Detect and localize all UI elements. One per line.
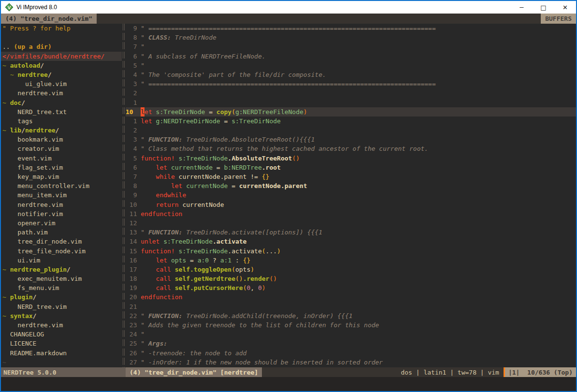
- code-line[interactable]: 17 call self.toggleOpen(opts): [126, 265, 576, 274]
- tree-item[interactable]: ~ lib/nerdtree/: [2, 126, 122, 135]
- code-line[interactable]: 12: [126, 218, 576, 228]
- tree-item[interactable]: CHANGELOG: [2, 330, 122, 339]
- code-line[interactable]: 25" Args:: [126, 339, 576, 348]
- tree-item[interactable]: tags: [2, 116, 122, 126]
- code-line[interactable]: 3" =====================================…: [126, 79, 576, 88]
- code-token: endwhile: [156, 190, 187, 200]
- tree-item[interactable]: ~ syntax/: [2, 311, 122, 320]
- tree-token: fs_menu.vim: [2, 284, 59, 291]
- tree-item[interactable]: LICENCE: [2, 339, 122, 348]
- code-line[interactable]: 14unlet s:TreeDirNode.activate: [126, 237, 576, 246]
- tree-item[interactable]: fs_menu.vim: [2, 283, 122, 292]
- code-line[interactable]: 16 let opts = a:0 ? a:1 : {}: [126, 256, 576, 265]
- code-line-current[interactable]: 10let s:TreeDirNode = copy(g:NERDTreeFil…: [126, 107, 576, 116]
- tree-item[interactable]: nerdtree.vim: [2, 320, 122, 330]
- line-number: 27: [126, 358, 137, 367]
- code-line[interactable]: 9" =====================================…: [126, 24, 576, 33]
- code-token: .activate: [213, 237, 246, 246]
- line-number: 25: [126, 339, 137, 348]
- tree-item[interactable]: tree_file_node.vim: [2, 247, 122, 256]
- code-line[interactable]: 20endfunction: [126, 292, 576, 302]
- code-line[interactable]: 19 call self.putCursorHere(0, 0): [126, 283, 576, 292]
- code-line[interactable]: 6 let currentNode = b:NERDTree.root: [126, 163, 576, 172]
- tree-item[interactable]: bookmark.vim: [2, 135, 122, 144]
- tree-item[interactable]: path.vim: [2, 228, 122, 237]
- code-token: while: [156, 172, 175, 181]
- tree-item[interactable]: " Press ? for help: [2, 24, 122, 33]
- code-line[interactable]: 7": [126, 42, 576, 51]
- code-line[interactable]: 6" A subclass of NERDTreeFileNode.: [126, 52, 576, 61]
- tree-item[interactable]: ~: [2, 358, 122, 367]
- tree-item[interactable]: tree_dir_node.vim: [2, 237, 122, 246]
- code-line[interactable]: 13" FUNCTION: TreeDirNode.activate([opti…: [126, 228, 576, 237]
- tree-item[interactable]: key_map.vim: [2, 172, 122, 181]
- tree-token: menu_item.vim: [2, 191, 67, 199]
- code-line[interactable]: 22" FUNCTION: TreeDirNode.addChild(treen…: [126, 311, 576, 320]
- tree-item[interactable]: ~ nerdtree/: [2, 70, 122, 79]
- tree-item[interactable]: menu_controller.vim: [2, 181, 122, 190]
- code-line[interactable]: 4" The 'composite' part of the file/dir …: [126, 70, 576, 79]
- code-line[interactable]: 3" FUNCTION: TreeDirNode.AbsoluteTreeRoo…: [126, 135, 576, 144]
- code-token: return: [156, 200, 179, 209]
- code-line[interactable]: 27" -inOrder: 1 if the new node should b…: [126, 358, 576, 367]
- tree-item[interactable]: README.markdown: [2, 348, 122, 358]
- code-token: call: [156, 283, 171, 292]
- nerdtree-statusline: NERDTree 5.0.0: [1, 367, 126, 377]
- tree-item[interactable]: nerdtree.vim: [2, 88, 122, 98]
- tree-token: (up a dir): [14, 43, 51, 50]
- tree-token: nerdtree.vim: [2, 89, 63, 97]
- tree-item[interactable]: NERD_tree.txt: [2, 107, 122, 116]
- code-line[interactable]: 15function! s:TreeDirNode.activate(...): [126, 247, 576, 256]
- code-line[interactable]: 18 call self.getNerdtree().render(): [126, 274, 576, 283]
- close-button[interactable]: ✕: [554, 1, 576, 14]
- maximize-button[interactable]: □: [533, 1, 554, 14]
- code-line[interactable]: 8 let currentNode = currentNode.parent: [126, 181, 576, 190]
- code-line[interactable]: 9 endwhile: [126, 190, 576, 200]
- code-token: [171, 283, 175, 292]
- code-line[interactable]: 10 return currentNode: [126, 200, 576, 209]
- tree-item[interactable]: ui_glue.vim: [2, 79, 122, 88]
- tree-item[interactable]: [2, 33, 122, 42]
- code-line[interactable]: 21: [126, 302, 576, 311]
- tree-item[interactable]: .. (up a dir): [2, 42, 122, 51]
- tree-item[interactable]: ~ doc/: [2, 98, 122, 107]
- tree-item[interactable]: ui.vim: [2, 256, 122, 265]
- tree-item[interactable]: notifier.vim: [2, 209, 122, 218]
- tree-item[interactable]: ~ plugin/: [2, 292, 122, 302]
- tree-item[interactable]: menu_item.vim: [2, 190, 122, 200]
- tree-item[interactable]: event.vim: [2, 154, 122, 163]
- tab-tree-dir-node[interactable]: (4) "tree_dir_node.vim": [1, 14, 97, 24]
- tree-item[interactable]: opener.vim: [2, 218, 122, 228]
- window-separator[interactable]: [122, 24, 126, 367]
- tree-item[interactable]: ~ nerdtree_plugin/: [2, 265, 122, 274]
- code-line[interactable]: 24": [126, 330, 576, 339]
- tree-item[interactable]: exec_menuitem.vim: [2, 274, 122, 283]
- code-line[interactable]: 11endfunction: [126, 209, 576, 218]
- code-line[interactable]: 5function! s:TreeDirNode.AbsoluteTreeRoo…: [126, 154, 576, 163]
- tree-token: ui_glue.vim: [2, 80, 67, 87]
- tree-root-path[interactable]: </vimfiles/bundle/nerdtree/: [1, 52, 122, 61]
- line-number: 8: [126, 33, 137, 42]
- code-token: self.getNerdtree: [175, 274, 235, 283]
- tree-token: tags: [2, 117, 33, 125]
- tree-item[interactable]: NERD_tree.vim: [2, 302, 122, 311]
- code-line[interactable]: 8" CLASS: TreeDirNode: [126, 33, 576, 42]
- tree-item[interactable]: flag_set.vim: [2, 163, 122, 172]
- tree-item[interactable]: ~ autoload/: [2, 61, 122, 70]
- code-line[interactable]: 7 while currentNode.parent != {}: [126, 172, 576, 181]
- code-line[interactable]: 23" Adds the given treenode to the list …: [126, 320, 576, 330]
- code-line[interactable]: 26" -treenode: the node to add: [126, 348, 576, 358]
- tree-item[interactable]: creator.vim: [2, 144, 122, 153]
- code-line[interactable]: 1: [126, 98, 576, 107]
- code-line[interactable]: 1let g:NERDTreeDirNode = s:TreeDirNode: [126, 116, 576, 126]
- code-token: =: [213, 163, 224, 172]
- tree-token: </vimfiles/bundle/nerdtree/: [2, 53, 104, 60]
- code-line[interactable]: 4" Class method that returns the highest…: [126, 144, 576, 153]
- minimize-button[interactable]: ─: [511, 1, 533, 14]
- tree-item[interactable]: nerdtree.vim: [2, 200, 122, 209]
- code-line[interactable]: 2: [126, 88, 576, 98]
- window-controls: ─ □ ✕: [511, 1, 576, 14]
- code-line[interactable]: 5": [126, 61, 576, 70]
- tree-token: nerdtree.vim: [2, 201, 63, 208]
- code-line[interactable]: 2: [126, 126, 576, 135]
